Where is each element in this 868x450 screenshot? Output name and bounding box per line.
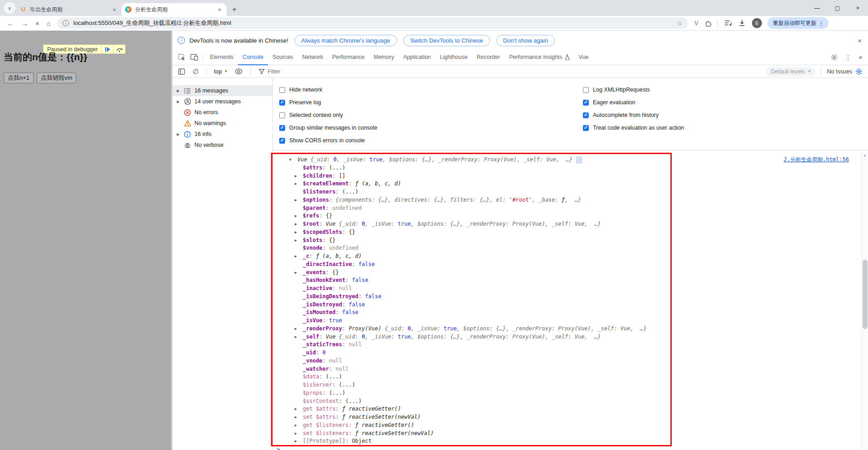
console-line[interactable]: ▶_renderProxy: Proxy(Vue) {_uid: 0, _isV…: [273, 325, 868, 333]
tab-close-icon[interactable]: ×: [111, 6, 118, 13]
filter-field[interactable]: [256, 68, 763, 75]
resume-script-button[interactable]: [102, 45, 113, 53]
sidebar-item-no-warnings[interactable]: No warnings: [172, 118, 272, 129]
expand-arrow-icon[interactable]: ▶: [295, 212, 297, 220]
log-levels-dropdown[interactable]: Default levels ▼: [766, 67, 815, 76]
console-scrollbar[interactable]: ▲: [861, 152, 868, 450]
console-settings-gear-icon[interactable]: [855, 68, 863, 75]
expand-arrow-icon[interactable]: ▶: [295, 405, 297, 413]
info-badge-icon[interactable]: i: [576, 157, 582, 163]
site-info-icon[interactable]: i: [63, 20, 69, 26]
tab-vue[interactable]: Vue: [574, 50, 593, 65]
expand-arrow-icon[interactable]: ▶: [295, 252, 297, 261]
console-line[interactable]: ▶_self: Vue {_uid: 0, _isVue: true, $opt…: [273, 333, 868, 341]
console-line[interactable]: ▶$refs: {}: [273, 212, 868, 220]
console-line[interactable]: ▶[[Prototype]]: Object: [273, 437, 868, 445]
devtools-close-icon[interactable]: ×: [858, 53, 863, 61]
browser-tab-2-active[interactable]: V 分析生命周期 ×: [121, 3, 227, 16]
sidebar-item-no-errors[interactable]: No errors: [172, 107, 272, 118]
browser-menu-kebab-icon[interactable]: ⋮: [816, 20, 826, 27]
back-icon[interactable]: ←: [7, 19, 14, 27]
inspect-element-icon[interactable]: [178, 54, 186, 61]
device-toolbar-icon[interactable]: [190, 54, 198, 61]
expand-arrow-icon[interactable]: ▶: [176, 132, 180, 136]
chrome-update-button[interactable]: 重新启动即可更新 ⋮: [767, 17, 829, 29]
eye-icon[interactable]: [235, 68, 242, 74]
tab-lighthouse[interactable]: Lighthouse: [436, 50, 472, 65]
scrollbar-thumb[interactable]: [863, 260, 868, 329]
scrollbar-up-arrow-icon[interactable]: ▲: [862, 152, 868, 159]
console-line[interactable]: ▶$slots: {}: [273, 237, 868, 245]
always-match-language-button[interactable]: Always match Chrome's language: [295, 35, 397, 46]
expand-arrow-icon[interactable]: ▶: [176, 89, 180, 93]
console-prompt-chevron[interactable]: >: [276, 446, 280, 450]
switch-to-chinese-button[interactable]: Switch DevTools to Chinese: [403, 35, 490, 46]
console-line[interactable]: ▶set $attrs: ƒ reactiveSetter(newVal): [273, 413, 868, 421]
message-source-link[interactable]: 2.分析生命周期.html:56: [784, 156, 849, 164]
console-line[interactable]: ▶get $attrs: ƒ reactiveGetter(): [273, 405, 868, 413]
checkbox-checked[interactable]: [583, 100, 589, 106]
tab-performance-insights[interactable]: Performance insights: [504, 50, 574, 65]
address-bar[interactable]: i localhost:5550/049_生命周期_挂载流程/2.分析生命周期.…: [57, 17, 688, 29]
expand-arrow-icon[interactable]: ▶: [295, 421, 297, 430]
checkbox-checked[interactable]: [583, 112, 589, 118]
context-selector[interactable]: top ▼: [212, 68, 229, 75]
tab-elements[interactable]: Elements: [205, 50, 238, 65]
vue-devtools-extension-icon[interactable]: V: [694, 19, 698, 27]
sidebar-item-16-info[interactable]: ▶16 info: [172, 129, 272, 140]
expand-arrow-icon[interactable]: ▶: [295, 269, 297, 277]
destroy-vm-button[interactable]: 点我销毁vm: [37, 73, 76, 83]
expand-arrow-icon[interactable]: ▶: [295, 237, 297, 245]
expand-arrow-icon[interactable]: ▶: [295, 430, 297, 438]
expand-arrow-icon[interactable]: ▶: [295, 437, 297, 445]
checkbox-checked[interactable]: [583, 125, 589, 131]
download-icon[interactable]: [738, 19, 746, 27]
tab-search-button[interactable]: ∨: [4, 2, 15, 14]
console-line[interactable]: ▶_c: ƒ (a, b, c, d): [273, 252, 868, 261]
console-line[interactable]: ▼Vue {_uid: 0, _isVue: true, $options: {…: [273, 156, 868, 164]
console-line[interactable]: ▶$children: []: [273, 172, 868, 180]
expand-arrow-icon[interactable]: ▶: [295, 196, 297, 204]
checkbox-unchecked[interactable]: [279, 112, 285, 118]
console-line[interactable]: ▶$scopedSlots: {}: [273, 228, 868, 237]
checkbox-checked[interactable]: [279, 100, 285, 106]
issues-counter[interactable]: No Issues: [827, 68, 852, 75]
browser-tab-1[interactable]: U 引出生命周期 ×: [16, 3, 121, 16]
console-line[interactable]: ▶get $listeners: ƒ reactiveGetter(): [273, 421, 868, 430]
extensions-puzzle-icon[interactable]: [705, 19, 712, 27]
tab-network[interactable]: Network: [298, 50, 328, 65]
tab-console[interactable]: Console: [238, 50, 268, 65]
console-line[interactable]: ▶$createElement: ƒ (a, b, c, d): [273, 180, 868, 188]
tab-performance[interactable]: Performance: [328, 50, 369, 65]
expand-arrow-icon[interactable]: ▶: [295, 325, 297, 333]
expand-arrow-icon[interactable]: ▶: [295, 172, 297, 180]
minimize-icon[interactable]: —: [807, 5, 827, 11]
console-sidebar-toggle-icon[interactable]: [178, 68, 185, 75]
expand-arrow-icon[interactable]: ▶: [295, 413, 297, 421]
checkbox-checked[interactable]: [279, 125, 285, 131]
sidebar-item-16-messages[interactable]: ▶16 messages: [172, 85, 272, 96]
devtools-menu-kebab-icon[interactable]: ⋮: [845, 54, 851, 61]
step-over-button[interactable]: [113, 45, 125, 53]
url-text[interactable]: localhost:5550/049_生命周期_挂载流程/2.分析生命周期.ht…: [73, 19, 677, 27]
sidebar-item-14-user-messages[interactable]: ▶14 user messages: [172, 96, 272, 107]
expand-arrow-icon[interactable]: ▶: [295, 333, 297, 341]
clear-console-icon[interactable]: ∅: [193, 68, 199, 76]
profile-avatar[interactable]: E: [752, 18, 762, 28]
expand-arrow-icon[interactable]: ▶: [295, 228, 297, 237]
infobar-close-icon[interactable]: ×: [858, 37, 862, 44]
media-controls-icon[interactable]: [724, 20, 732, 26]
console-line[interactable]: ▶_events: {}: [273, 269, 868, 277]
console-line[interactable]: ▶$options: {components: {…}, directives:…: [273, 196, 868, 204]
collapse-arrow-icon[interactable]: ▼: [289, 156, 291, 164]
tab-recorder[interactable]: Recorder: [472, 50, 504, 65]
expand-arrow-icon[interactable]: ▶: [176, 100, 180, 104]
stop-reload-icon[interactable]: ×: [35, 19, 39, 27]
console-line[interactable]: ▶set $listeners: ƒ reactiveSetter(newVal…: [273, 430, 868, 438]
checkbox-checked[interactable]: [279, 138, 285, 144]
forward-icon[interactable]: →: [21, 19, 28, 27]
console-line[interactable]: ▶$root: Vue {_uid: 0, _isVue: true, $opt…: [273, 220, 868, 228]
increment-button[interactable]: 点我n+1: [4, 73, 34, 83]
tab-sources[interactable]: Sources: [268, 50, 298, 65]
expand-arrow-icon[interactable]: ▶: [295, 220, 297, 228]
